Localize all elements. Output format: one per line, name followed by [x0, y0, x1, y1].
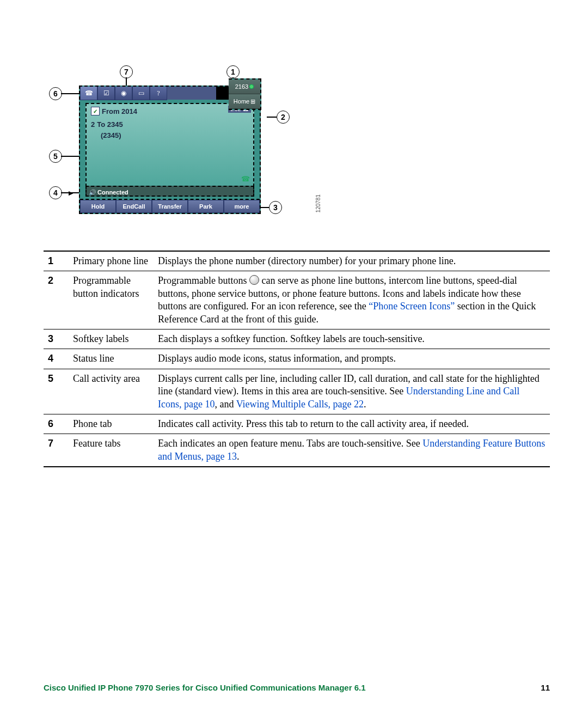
row-num: 6	[44, 414, 69, 434]
row-num: 4	[44, 349, 69, 369]
checklist-tab-icon[interactable]: ☑	[97, 87, 115, 100]
row-name: Call activity area	[69, 369, 154, 414]
softkey-bar: Hold EndCall Transfer Park more	[80, 199, 260, 213]
phone-tab-icon[interactable]: ☎	[80, 87, 97, 100]
call-row-text: (2345)	[101, 131, 121, 139]
book-tab-icon[interactable]: ▭	[132, 87, 150, 100]
image-id: 120781	[315, 194, 321, 212]
figure-area: 7 1 6 2 5 4 ▶ 3 120781 ☎ ☑ ◉ ▭	[44, 65, 550, 223]
table-row: 2 Programmable button indicators Program…	[44, 271, 550, 329]
leader-6	[61, 93, 80, 94]
row-desc: Displays current calls per line, includi…	[154, 369, 550, 414]
call-index: 2	[91, 120, 95, 129]
leader-2	[267, 117, 277, 118]
row-name: Feature tabs	[69, 434, 154, 467]
footer-title: Cisco Unified IP Phone 7970 Series for C…	[44, 683, 366, 692]
button-label: Home	[234, 98, 249, 105]
table-row: 3 Softkey labels Each displays a softkey…	[44, 329, 550, 349]
table-row: 6 Phone tab Indicates call activity. Pre…	[44, 414, 550, 434]
callout-4: 4	[49, 186, 62, 199]
footer: Cisco Unified IP Phone 7970 Series for C…	[44, 683, 550, 692]
row-desc: Programmable buttons can serve as phone …	[154, 271, 550, 329]
callout-3: 3	[269, 201, 282, 214]
page: 7 1 6 2 5 4 ▶ 3 120781 ☎ ☑ ◉ ▭	[0, 0, 588, 714]
row-desc: Indicates call activity. Press this tab …	[154, 414, 550, 434]
button-label: 2163	[235, 83, 248, 90]
call-row-text: From 2014	[102, 107, 137, 115]
table-row: 5 Call activity area Displays current ca…	[44, 369, 550, 414]
phone-screen-icons-link[interactable]: “Phone Screen Icons”	[369, 301, 455, 312]
softkey-endcall[interactable]: EndCall	[116, 200, 152, 213]
row-name: Programmable button indicators	[69, 271, 154, 329]
call-row-2[interactable]: 2 To 2345	[91, 118, 123, 130]
status-text: Connected	[97, 189, 128, 196]
viewing-multiple-calls-link[interactable]: Viewing Multiple Calls, page 22	[236, 399, 364, 410]
row-name: Softkey labels	[69, 329, 154, 349]
row-num: 7	[44, 434, 69, 467]
globe-tab-icon[interactable]: ◉	[115, 87, 132, 100]
row-name: Primary phone line	[69, 251, 154, 271]
round-button-icon	[249, 275, 259, 285]
row-desc: Displays audio mode icons, status inform…	[154, 349, 550, 369]
legend-table: 1 Primary phone line Displays the phone …	[44, 251, 550, 467]
row-num: 3	[44, 329, 69, 349]
grid-icon: ⊞	[250, 98, 255, 105]
footer-page-number: 11	[541, 683, 550, 692]
callout-7: 7	[120, 65, 133, 78]
speaker-icon: 🔊	[89, 187, 96, 198]
call-row-1[interactable]: ✓ From 2014	[91, 105, 137, 117]
callout-5: 5	[49, 150, 62, 163]
row-desc: Displays the phone number (directory num…	[154, 251, 550, 271]
status-line: 🔊 Connected	[85, 186, 254, 197]
phone-screen-diagram: 7 1 6 2 5 4 ▶ 3 120781 ☎ ☑ ◉ ▭	[49, 65, 305, 223]
softkey-hold[interactable]: Hold	[80, 200, 116, 213]
programmable-button-1[interactable]: 2163	[229, 80, 260, 94]
handset-icon: ☎	[241, 175, 250, 184]
leader-3	[260, 207, 269, 208]
callout-1: 1	[226, 65, 240, 78]
row-desc: Each displays a softkey function. Softke…	[154, 329, 550, 349]
softkey-park[interactable]: Park	[188, 200, 224, 213]
call-activity-area[interactable]: ✓ From 2014 1:02 ☎ 2 To 2345 (2345) ☎	[85, 103, 254, 187]
table-row: 1 Primary phone line Displays the phone …	[44, 251, 550, 271]
table-row: 4 Status line Displays audio mode icons,…	[44, 349, 550, 369]
arrow-icon: ▶	[69, 190, 73, 197]
programmable-buttons: 2163 Home ⊞	[229, 78, 261, 110]
help-tab-icon[interactable]: ?	[150, 87, 167, 100]
call-row-text: To 2345	[97, 120, 122, 129]
checkbox-icon: ✓	[91, 107, 100, 115]
row-num: 1	[44, 251, 69, 271]
row-num: 2	[44, 271, 69, 329]
led-icon	[249, 84, 254, 89]
softkey-more[interactable]: more	[224, 200, 260, 213]
row-name: Status line	[69, 349, 154, 369]
row-num: 5	[44, 369, 69, 414]
table-row: 7 Feature tabs Each indicates an open fe…	[44, 434, 550, 467]
callout-2: 2	[277, 111, 290, 124]
row-desc: Each indicates an open feature menu. Tab…	[154, 434, 550, 467]
row-name: Phone tab	[69, 414, 154, 434]
call-row-3[interactable]: (2345)	[91, 129, 121, 141]
softkey-transfer[interactable]: Transfer	[152, 200, 188, 213]
callout-6: 6	[49, 87, 62, 100]
programmable-button-2[interactable]: Home ⊞	[229, 94, 260, 109]
